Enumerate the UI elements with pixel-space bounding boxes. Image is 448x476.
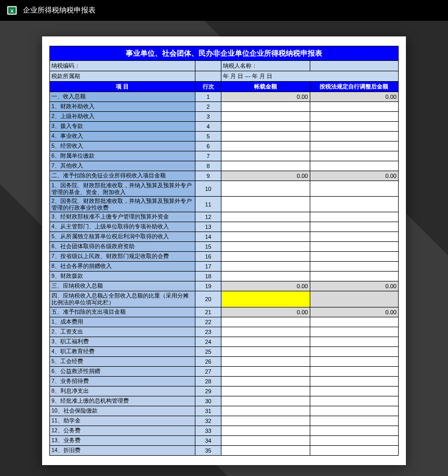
amount-cell[interactable]: [221, 435, 310, 445]
amount-cell[interactable]: 0.00: [221, 92, 310, 102]
adjusted-amount-cell[interactable]: [310, 337, 399, 346]
amount-cell[interactable]: [221, 262, 310, 272]
adjusted-amount-cell[interactable]: [310, 161, 399, 171]
amount-cell[interactable]: [221, 337, 310, 346]
window-title: 企业所得税纳税申报表: [23, 6, 96, 15]
amount-cell[interactable]: [221, 161, 310, 171]
adjusted-amount-cell[interactable]: [310, 122, 399, 132]
amount-cell[interactable]: [221, 112, 310, 122]
adjusted-amount-cell[interactable]: [310, 356, 399, 366]
amount-cell[interactable]: [221, 317, 310, 327]
adjusted-amount-cell[interactable]: [310, 376, 399, 386]
amount-cell[interactable]: [221, 386, 310, 396]
item-label: 4、事业收入: [50, 132, 195, 141]
row-number: 15: [195, 242, 221, 252]
amount-cell[interactable]: 0.00: [221, 307, 310, 317]
amount-cell[interactable]: [221, 346, 310, 356]
adjusted-amount-cell[interactable]: [310, 272, 399, 281]
table-row: 3、经财政部核准不上缴专户管理的预算外资金12: [50, 212, 399, 222]
row-number: 22: [195, 317, 221, 327]
amount-cell[interactable]: [221, 356, 310, 366]
row-number: 4: [195, 122, 221, 132]
adjusted-amount-cell[interactable]: [310, 112, 399, 122]
amount-cell[interactable]: [221, 222, 310, 232]
amount-cell[interactable]: [221, 212, 310, 222]
table-row: 2、国务院、财政部批准收取，并纳入预算及预算外专户管理的行政事业性收费11: [50, 197, 399, 212]
amount-cell[interactable]: [221, 141, 310, 151]
item-label: 3、经财政部核准不上缴专户管理的预算外资金: [50, 212, 195, 222]
adjusted-amount-cell[interactable]: [310, 102, 399, 112]
table-row: 2、上级补助收入3: [50, 112, 399, 122]
adjusted-amount-cell[interactable]: [310, 396, 399, 406]
row-number: 27: [195, 366, 221, 376]
amount-cell[interactable]: [221, 242, 310, 252]
adjusted-amount-cell[interactable]: 0.00: [310, 281, 399, 291]
table-row: 8、社会各界的捐赠收入17: [50, 262, 399, 272]
adjusted-amount-cell[interactable]: [310, 317, 399, 327]
adjusted-amount-cell[interactable]: [310, 366, 399, 376]
adjusted-amount-cell[interactable]: 0.00: [310, 307, 399, 317]
amount-cell[interactable]: [221, 366, 310, 376]
taxpayer-code-value[interactable]: [195, 61, 221, 71]
amount-cell[interactable]: [221, 376, 310, 386]
adjusted-amount-cell[interactable]: [310, 435, 399, 445]
table-row: 4、从主管部门、上级单位取得的专项补助收入13: [50, 222, 399, 232]
item-label: 6、附属单位缴款: [50, 151, 195, 161]
adjusted-amount-cell[interactable]: [310, 445, 399, 455]
adjusted-amount-cell[interactable]: [310, 346, 399, 356]
row-number: 17: [195, 262, 221, 272]
amount-cell[interactable]: 0.00: [221, 171, 310, 181]
adjusted-amount-cell[interactable]: [310, 232, 399, 242]
amount-cell[interactable]: [221, 151, 310, 161]
adjusted-amount-cell[interactable]: [310, 252, 399, 262]
amount-cell[interactable]: [221, 291, 310, 307]
row-number: 13: [195, 222, 221, 232]
amount-cell[interactable]: [221, 181, 310, 197]
table-row: 7、按省级以上民政、财政部门规定收取的会费16: [50, 252, 399, 262]
header-item: 项 目: [50, 82, 195, 92]
row-number: 18: [195, 272, 221, 281]
adjusted-amount-cell[interactable]: [310, 212, 399, 222]
adjusted-amount-cell[interactable]: [310, 426, 399, 435]
amount-cell[interactable]: [221, 426, 310, 435]
item-label: 二、准予扣除的免征企业所得税收入项目金额: [50, 171, 195, 181]
adjusted-amount-cell[interactable]: [310, 262, 399, 272]
adjusted-amount-cell[interactable]: [310, 151, 399, 161]
adjusted-amount-cell[interactable]: [310, 327, 399, 337]
amount-cell[interactable]: [221, 122, 310, 132]
table-row: 5、工会经费26: [50, 356, 399, 366]
amount-cell[interactable]: [221, 327, 310, 337]
amount-cell[interactable]: [221, 232, 310, 242]
adjusted-amount-cell[interactable]: [310, 141, 399, 151]
amount-cell[interactable]: [221, 197, 310, 212]
adjusted-amount-cell[interactable]: [310, 222, 399, 232]
amount-cell[interactable]: [221, 102, 310, 112]
row-number: 8: [195, 161, 221, 171]
amount-cell[interactable]: [221, 132, 310, 141]
adjusted-amount-cell[interactable]: [310, 132, 399, 141]
amount-cell[interactable]: [221, 252, 310, 262]
amount-cell[interactable]: [221, 396, 310, 406]
amount-cell[interactable]: [221, 445, 310, 455]
row-number: 9: [195, 171, 221, 181]
row-number: 19: [195, 281, 221, 291]
item-label: 1、国务院、财政部批准收取，并纳入预算及预算外专户管理的基金、资金、附加收入: [50, 181, 195, 197]
adjusted-amount-cell[interactable]: 0.00: [310, 92, 399, 102]
adjusted-amount-cell[interactable]: [310, 386, 399, 396]
tax-period-row: 税款所属期 年 月 日 --- 年 月 日: [50, 71, 399, 82]
item-label: 一、收入总额: [50, 92, 195, 102]
adjusted-amount-cell[interactable]: [310, 416, 399, 426]
amount-cell[interactable]: 0.00: [221, 281, 310, 291]
amount-cell[interactable]: [221, 416, 310, 426]
taxpayer-name-value[interactable]: [310, 61, 399, 71]
amount-cell[interactable]: [221, 406, 310, 416]
amount-cell[interactable]: [221, 272, 310, 281]
tax-period-blank: [195, 71, 221, 82]
adjusted-amount-cell[interactable]: [310, 181, 399, 197]
row-number: 23: [195, 327, 221, 337]
adjusted-amount-cell[interactable]: [310, 197, 399, 212]
adjusted-amount-cell[interactable]: [310, 242, 399, 252]
adjusted-amount-cell[interactable]: 0.00: [310, 171, 399, 181]
adjusted-amount-cell[interactable]: [310, 291, 399, 307]
adjusted-amount-cell[interactable]: [310, 406, 399, 416]
